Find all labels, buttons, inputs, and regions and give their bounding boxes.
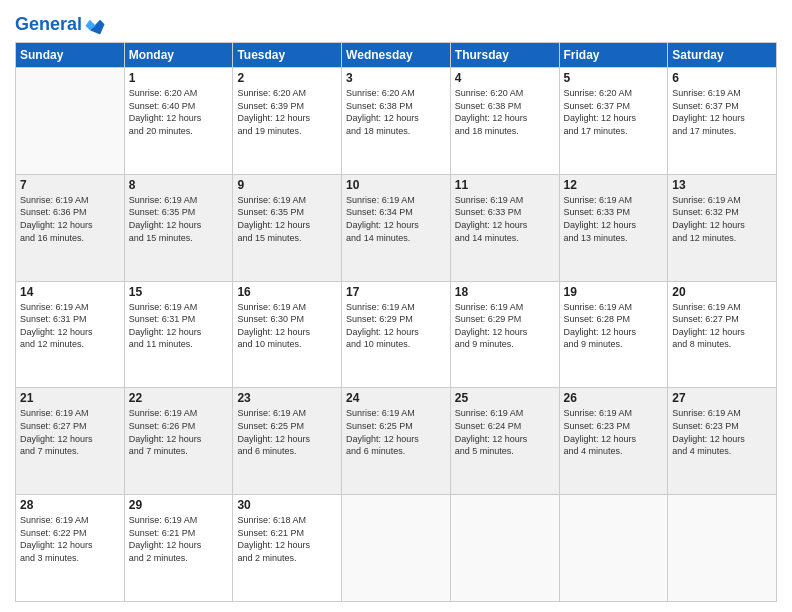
week-row-2: 7Sunrise: 6:19 AM Sunset: 6:36 PM Daylig… [16, 174, 777, 281]
day-cell: 24Sunrise: 6:19 AM Sunset: 6:25 PM Dayli… [342, 388, 451, 495]
day-number: 10 [346, 178, 446, 192]
day-cell: 17Sunrise: 6:19 AM Sunset: 6:29 PM Dayli… [342, 281, 451, 388]
weekday-header-friday: Friday [559, 43, 668, 68]
day-cell [450, 495, 559, 602]
day-cell: 27Sunrise: 6:19 AM Sunset: 6:23 PM Dayli… [668, 388, 777, 495]
weekday-header-monday: Monday [124, 43, 233, 68]
day-info: Sunrise: 6:20 AM Sunset: 6:37 PM Dayligh… [564, 87, 664, 137]
weekday-header-wednesday: Wednesday [342, 43, 451, 68]
day-info: Sunrise: 6:19 AM Sunset: 6:29 PM Dayligh… [455, 301, 555, 351]
day-number: 4 [455, 71, 555, 85]
day-cell: 10Sunrise: 6:19 AM Sunset: 6:34 PM Dayli… [342, 174, 451, 281]
day-cell: 22Sunrise: 6:19 AM Sunset: 6:26 PM Dayli… [124, 388, 233, 495]
logo-icon [84, 14, 106, 36]
day-info: Sunrise: 6:19 AM Sunset: 6:31 PM Dayligh… [129, 301, 229, 351]
day-info: Sunrise: 6:19 AM Sunset: 6:21 PM Dayligh… [129, 514, 229, 564]
day-cell: 23Sunrise: 6:19 AM Sunset: 6:25 PM Dayli… [233, 388, 342, 495]
week-row-3: 14Sunrise: 6:19 AM Sunset: 6:31 PM Dayli… [16, 281, 777, 388]
day-info: Sunrise: 6:20 AM Sunset: 6:38 PM Dayligh… [346, 87, 446, 137]
day-number: 23 [237, 391, 337, 405]
day-cell: 5Sunrise: 6:20 AM Sunset: 6:37 PM Daylig… [559, 68, 668, 175]
day-info: Sunrise: 6:18 AM Sunset: 6:21 PM Dayligh… [237, 514, 337, 564]
day-number: 5 [564, 71, 664, 85]
day-cell: 9Sunrise: 6:19 AM Sunset: 6:35 PM Daylig… [233, 174, 342, 281]
header: General [15, 10, 777, 36]
day-info: Sunrise: 6:19 AM Sunset: 6:34 PM Dayligh… [346, 194, 446, 244]
day-cell [559, 495, 668, 602]
day-cell: 19Sunrise: 6:19 AM Sunset: 6:28 PM Dayli… [559, 281, 668, 388]
weekday-header-row: SundayMondayTuesdayWednesdayThursdayFrid… [16, 43, 777, 68]
day-info: Sunrise: 6:19 AM Sunset: 6:22 PM Dayligh… [20, 514, 120, 564]
day-number: 24 [346, 391, 446, 405]
day-info: Sunrise: 6:19 AM Sunset: 6:26 PM Dayligh… [129, 407, 229, 457]
day-number: 11 [455, 178, 555, 192]
day-number: 19 [564, 285, 664, 299]
day-cell: 25Sunrise: 6:19 AM Sunset: 6:24 PM Dayli… [450, 388, 559, 495]
day-info: Sunrise: 6:19 AM Sunset: 6:31 PM Dayligh… [20, 301, 120, 351]
day-cell: 8Sunrise: 6:19 AM Sunset: 6:35 PM Daylig… [124, 174, 233, 281]
day-cell: 18Sunrise: 6:19 AM Sunset: 6:29 PM Dayli… [450, 281, 559, 388]
day-number: 1 [129, 71, 229, 85]
weekday-header-saturday: Saturday [668, 43, 777, 68]
day-info: Sunrise: 6:19 AM Sunset: 6:35 PM Dayligh… [129, 194, 229, 244]
day-info: Sunrise: 6:19 AM Sunset: 6:32 PM Dayligh… [672, 194, 772, 244]
day-number: 17 [346, 285, 446, 299]
day-info: Sunrise: 6:19 AM Sunset: 6:23 PM Dayligh… [564, 407, 664, 457]
day-info: Sunrise: 6:19 AM Sunset: 6:33 PM Dayligh… [455, 194, 555, 244]
day-info: Sunrise: 6:19 AM Sunset: 6:25 PM Dayligh… [346, 407, 446, 457]
day-number: 3 [346, 71, 446, 85]
day-cell [668, 495, 777, 602]
day-info: Sunrise: 6:19 AM Sunset: 6:25 PM Dayligh… [237, 407, 337, 457]
day-info: Sunrise: 6:19 AM Sunset: 6:35 PM Dayligh… [237, 194, 337, 244]
day-number: 26 [564, 391, 664, 405]
calendar: SundayMondayTuesdayWednesdayThursdayFrid… [15, 42, 777, 602]
day-cell: 28Sunrise: 6:19 AM Sunset: 6:22 PM Dayli… [16, 495, 125, 602]
day-cell: 29Sunrise: 6:19 AM Sunset: 6:21 PM Dayli… [124, 495, 233, 602]
day-number: 12 [564, 178, 664, 192]
day-cell: 12Sunrise: 6:19 AM Sunset: 6:33 PM Dayli… [559, 174, 668, 281]
day-info: Sunrise: 6:19 AM Sunset: 6:27 PM Dayligh… [672, 301, 772, 351]
day-cell: 11Sunrise: 6:19 AM Sunset: 6:33 PM Dayli… [450, 174, 559, 281]
day-number: 27 [672, 391, 772, 405]
weekday-header-tuesday: Tuesday [233, 43, 342, 68]
day-number: 18 [455, 285, 555, 299]
day-cell: 26Sunrise: 6:19 AM Sunset: 6:23 PM Dayli… [559, 388, 668, 495]
day-info: Sunrise: 6:19 AM Sunset: 6:33 PM Dayligh… [564, 194, 664, 244]
weekday-header-sunday: Sunday [16, 43, 125, 68]
day-number: 20 [672, 285, 772, 299]
day-cell: 13Sunrise: 6:19 AM Sunset: 6:32 PM Dayli… [668, 174, 777, 281]
day-info: Sunrise: 6:19 AM Sunset: 6:29 PM Dayligh… [346, 301, 446, 351]
day-cell: 1Sunrise: 6:20 AM Sunset: 6:40 PM Daylig… [124, 68, 233, 175]
page: General SundayMondayTuesdayWednesdayThur… [0, 0, 792, 612]
week-row-4: 21Sunrise: 6:19 AM Sunset: 6:27 PM Dayli… [16, 388, 777, 495]
day-cell: 20Sunrise: 6:19 AM Sunset: 6:27 PM Dayli… [668, 281, 777, 388]
day-number: 14 [20, 285, 120, 299]
day-number: 6 [672, 71, 772, 85]
day-info: Sunrise: 6:19 AM Sunset: 6:37 PM Dayligh… [672, 87, 772, 137]
day-info: Sunrise: 6:20 AM Sunset: 6:38 PM Dayligh… [455, 87, 555, 137]
day-cell [16, 68, 125, 175]
day-number: 16 [237, 285, 337, 299]
day-cell: 2Sunrise: 6:20 AM Sunset: 6:39 PM Daylig… [233, 68, 342, 175]
day-info: Sunrise: 6:20 AM Sunset: 6:39 PM Dayligh… [237, 87, 337, 137]
day-info: Sunrise: 6:19 AM Sunset: 6:28 PM Dayligh… [564, 301, 664, 351]
day-number: 2 [237, 71, 337, 85]
day-cell [342, 495, 451, 602]
day-cell: 30Sunrise: 6:18 AM Sunset: 6:21 PM Dayli… [233, 495, 342, 602]
day-info: Sunrise: 6:19 AM Sunset: 6:23 PM Dayligh… [672, 407, 772, 457]
day-number: 13 [672, 178, 772, 192]
day-info: Sunrise: 6:19 AM Sunset: 6:30 PM Dayligh… [237, 301, 337, 351]
week-row-1: 1Sunrise: 6:20 AM Sunset: 6:40 PM Daylig… [16, 68, 777, 175]
day-cell: 3Sunrise: 6:20 AM Sunset: 6:38 PM Daylig… [342, 68, 451, 175]
day-info: Sunrise: 6:19 AM Sunset: 6:36 PM Dayligh… [20, 194, 120, 244]
weekday-header-thursday: Thursday [450, 43, 559, 68]
day-cell: 15Sunrise: 6:19 AM Sunset: 6:31 PM Dayli… [124, 281, 233, 388]
logo: General [15, 14, 106, 36]
logo-text: General [15, 15, 82, 35]
day-number: 9 [237, 178, 337, 192]
day-info: Sunrise: 6:19 AM Sunset: 6:24 PM Dayligh… [455, 407, 555, 457]
day-number: 8 [129, 178, 229, 192]
day-cell: 21Sunrise: 6:19 AM Sunset: 6:27 PM Dayli… [16, 388, 125, 495]
day-info: Sunrise: 6:20 AM Sunset: 6:40 PM Dayligh… [129, 87, 229, 137]
day-cell: 7Sunrise: 6:19 AM Sunset: 6:36 PM Daylig… [16, 174, 125, 281]
